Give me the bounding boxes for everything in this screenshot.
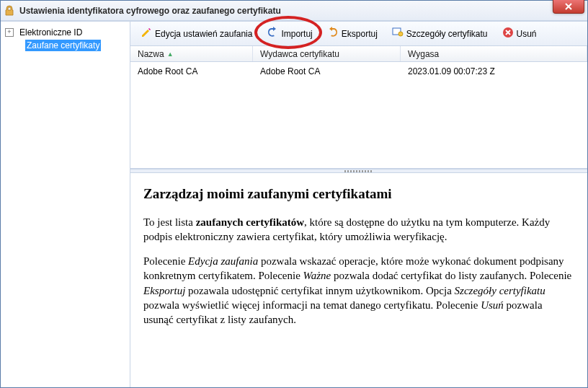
certificate-table: Nazwa ▲ Wydawca certyfikatu Wygasa Adobe… <box>130 46 587 169</box>
sidebar: + Elektroniczne ID Zaufane certyfikaty <box>1 22 130 387</box>
col-name[interactable]: Nazwa ▲ <box>130 46 253 61</box>
export-arrow-icon <box>327 27 339 40</box>
export-button[interactable]: Eksportuj <box>321 24 383 43</box>
export-label: Eksportuj <box>342 29 378 39</box>
tree-child[interactable]: Zaufane certyfikaty <box>25 40 125 50</box>
lock-icon <box>4 5 15 17</box>
col-expires[interactable]: Wygasa <box>401 46 587 61</box>
detail-pane: Zarządzaj moimi zaufanymi certyfikatami … <box>130 173 587 387</box>
edit-trust-label: Edycja ustawień zaufania <box>155 29 252 39</box>
details-label: Szczegóły certyfikatu <box>406 29 488 39</box>
cell-expires: 2023.01.09 00:07:23 Z <box>401 65 587 78</box>
window-title: Ustawienia identyfikatora cyfrowego oraz… <box>19 6 281 16</box>
certificate-icon <box>392 27 404 40</box>
main-panel: Edycja ustawień zaufania Importuj Ekspor… <box>130 22 587 387</box>
delete-label: Usuń <box>517 29 537 39</box>
import-label: Importuj <box>281 29 312 39</box>
tree-root-label: Elektroniczne ID <box>19 27 82 38</box>
import-button[interactable]: Importuj <box>261 24 318 43</box>
col-expires-label: Wygasa <box>408 49 439 59</box>
window-body: + Elektroniczne ID Zaufane certyfikaty E… <box>1 21 587 387</box>
svg-point-1 <box>398 32 403 36</box>
detail-heading: Zarządzaj moimi zaufanymi certyfikatami <box>143 185 574 203</box>
table-row[interactable]: Adobe Root CA Adobe Root CA 2023.01.09 0… <box>130 62 587 81</box>
tree-child-label: Zaufane certyfikaty <box>25 40 101 51</box>
delete-icon <box>502 27 514 40</box>
details-button[interactable]: Szczegóły certyfikatu <box>386 24 494 43</box>
toolbar: Edycja ustawień zaufania Importuj Ekspor… <box>130 22 587 46</box>
delete-button[interactable]: Usuń <box>496 24 543 43</box>
tree-root[interactable]: + Elektroniczne ID <box>5 26 125 39</box>
settings-window: Ustawienia identyfikatora cyfrowego oraz… <box>0 0 588 388</box>
grip-icon <box>344 170 373 172</box>
cell-name: Adobe Root CA <box>130 65 253 78</box>
import-arrow-icon <box>267 27 278 40</box>
expand-icon[interactable]: + <box>5 28 14 37</box>
col-name-label: Nazwa <box>138 49 164 59</box>
close-button[interactable] <box>553 0 584 14</box>
titlebar[interactable]: Ustawienia identyfikatora cyfrowego oraz… <box>1 1 587 21</box>
table-header: Nazwa ▲ Wydawca certyfikatu Wygasa <box>130 46 587 62</box>
cell-issuer: Adobe Root CA <box>253 65 401 78</box>
detail-p2: Polecenie Edycja zaufania pozwala wskaza… <box>143 254 574 327</box>
detail-p1: To jest lista zaufanych certyfikatów, kt… <box>143 215 574 244</box>
col-issuer[interactable]: Wydawca certyfikatu <box>253 46 401 61</box>
pencil-icon <box>141 27 152 40</box>
sort-asc-icon: ▲ <box>167 50 174 58</box>
edit-trust-button[interactable]: Edycja ustawień zaufania <box>135 24 258 43</box>
col-issuer-label: Wydawca certyfikatu <box>260 49 339 59</box>
